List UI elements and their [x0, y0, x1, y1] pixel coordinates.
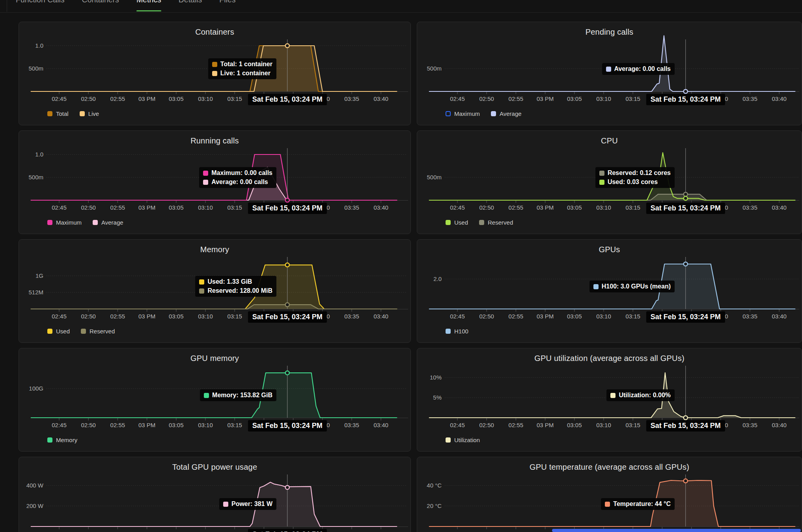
tooltip-series-swatch: [199, 279, 204, 285]
x-axis-label: 03:40: [368, 313, 394, 320]
tab-details[interactable]: Details: [179, 0, 202, 8]
tooltip-values: Total: 1 containerLive: 1 container: [208, 58, 276, 79]
legend-label: Utilization: [454, 437, 480, 443]
legend-item-utilization[interactable]: Utilization: [446, 437, 480, 443]
x-axis-label: 02:55: [503, 95, 528, 102]
tab-metrics[interactable]: Metrics: [136, 0, 161, 8]
tooltip-series-swatch: [599, 180, 604, 185]
tooltip-series-swatch: [212, 62, 217, 67]
x-axis-label: 02:55: [105, 95, 130, 102]
legend-item-reserved[interactable]: Reserved: [81, 328, 115, 335]
legend-item-maximum[interactable]: Maximum: [47, 219, 82, 226]
legend-swatch: [446, 220, 451, 225]
x-axis-label: 03:40: [368, 95, 394, 102]
tooltip-values: Average: 0.00 calls: [602, 63, 675, 75]
tooltip-series-swatch: [223, 502, 228, 507]
legend-label: Total: [56, 110, 69, 117]
x-axis-label: 02:55: [503, 313, 528, 320]
tooltip-value-text: H100: 3.0 GPUs (mean): [602, 283, 671, 290]
tooltip-value-text: Memory: 153.82 GiB: [212, 392, 272, 399]
x-axis-label: 02:55: [503, 422, 528, 428]
x-axis-label: 03:35: [339, 422, 364, 428]
legend-swatch: [446, 111, 451, 116]
tooltip-date: Sat Feb 15, 03:24 PM: [646, 420, 725, 432]
pane-divider: [7, 0, 7, 12]
x-axis-label: 03:35: [339, 95, 364, 102]
tooltip-value-row: Used: 0.03 cores: [599, 179, 671, 186]
horizontal-scrollbar-thumb[interactable]: [552, 529, 801, 532]
x-axis-label: 03:05: [164, 204, 189, 211]
legend-item-total[interactable]: Total: [47, 110, 69, 117]
x-axis-label: 03 PM: [533, 204, 558, 211]
legend-swatch: [446, 437, 451, 443]
x-axis-label: 03 PM: [134, 313, 160, 320]
x-axis-label: 03:10: [591, 95, 616, 102]
legend-label: Memory: [56, 437, 77, 443]
x-axis-label: 02:50: [76, 313, 101, 320]
x-axis-label: 03:35: [339, 204, 364, 211]
x-axis-label: 03:10: [193, 313, 218, 320]
tooltip-values: Temperature: 44 °C: [601, 498, 675, 510]
tooltip-series-swatch: [204, 393, 209, 398]
x-axis-label: 03:35: [737, 422, 763, 428]
chart-plot-area[interactable]: [19, 457, 411, 532]
x-axis-label: 02:45: [47, 313, 72, 320]
y-axis-label: 500m: [21, 174, 43, 181]
legend-swatch: [93, 220, 98, 225]
x-axis-label: 02:55: [105, 422, 130, 428]
x-axis-label: 03:05: [562, 422, 587, 428]
y-axis-label: 100G: [21, 385, 43, 392]
x-axis-label: 02:50: [76, 422, 101, 428]
y-axis-label: 500m: [419, 174, 442, 181]
legend-item-memory[interactable]: Memory: [47, 437, 77, 443]
x-axis-label: 03:10: [193, 95, 218, 102]
chart-card: GPU temperature (average across all GPUs…: [417, 457, 802, 532]
y-axis-label: 10%: [419, 374, 442, 381]
y-axis-label: 40 °C: [419, 482, 442, 489]
y-axis-label: 512M: [21, 289, 43, 296]
legend-item-h100[interactable]: H100: [446, 328, 468, 335]
legend-item-average[interactable]: Average: [93, 219, 123, 226]
legend-item-average[interactable]: Average: [491, 110, 522, 117]
tooltip-date: Sat Feb 15, 03:24 PM: [248, 203, 327, 214]
legend-item-used[interactable]: Used: [446, 219, 468, 226]
chart-card: Pending calls Sat Feb 15, 03:24 PM Avera…: [417, 22, 802, 125]
x-axis-label: 02:50: [474, 313, 499, 320]
tooltip-value-text: Total: 1 container: [220, 61, 272, 68]
chart-legend: MaximumAverage: [47, 219, 123, 226]
legend-swatch: [47, 329, 52, 334]
tooltip-value-text: Temperature: 44 °C: [613, 500, 671, 508]
x-axis-label: 03:05: [562, 204, 587, 211]
tooltip-series-swatch: [203, 171, 208, 176]
tooltip-series-swatch: [606, 67, 611, 72]
tooltip-series-swatch: [199, 288, 204, 294]
tab-files[interactable]: Files: [219, 0, 235, 8]
x-axis-label: 03:15: [222, 95, 247, 102]
tab-containers[interactable]: Containers: [82, 0, 119, 8]
legend-item-reserved[interactable]: Reserved: [479, 219, 513, 226]
tab-function-calls[interactable]: Function Calls: [16, 0, 65, 8]
x-axis-label: 03:40: [767, 422, 792, 428]
tooltip-value-text: Average: 0.00 calls: [211, 179, 268, 186]
legend-item-maximum[interactable]: Maximum: [446, 110, 480, 117]
tooltip-series-swatch: [599, 171, 604, 176]
x-axis-label: 03:15: [620, 95, 645, 102]
x-axis-label: 02:55: [503, 530, 528, 532]
y-axis-label: 200 W: [21, 502, 43, 510]
chart-legend: H100: [446, 328, 468, 335]
chart-plot-area[interactable]: [417, 457, 802, 532]
legend-item-used[interactable]: Used: [47, 328, 70, 335]
x-axis-label: 03:05: [164, 422, 189, 428]
legend-label: Average: [500, 110, 522, 117]
tooltip-values: Maximum: 0.00 callsAverage: 0.00 calls: [199, 167, 276, 188]
chart-legend: UsedReserved: [446, 219, 513, 226]
x-axis-label: 02:55: [105, 530, 130, 532]
y-axis-label: 400 W: [21, 482, 43, 489]
x-axis-label: 02:50: [474, 530, 499, 532]
tooltip-date: Sat Feb 15, 03:24 PM: [248, 420, 327, 432]
tooltip-value-row: Live: 1 container: [212, 70, 272, 77]
legend-item-live[interactable]: Live: [80, 110, 99, 117]
legend-swatch: [491, 111, 496, 116]
tooltip-value-text: Reserved: 128.00 MiB: [207, 287, 272, 294]
x-axis-label: 02:55: [105, 313, 130, 320]
